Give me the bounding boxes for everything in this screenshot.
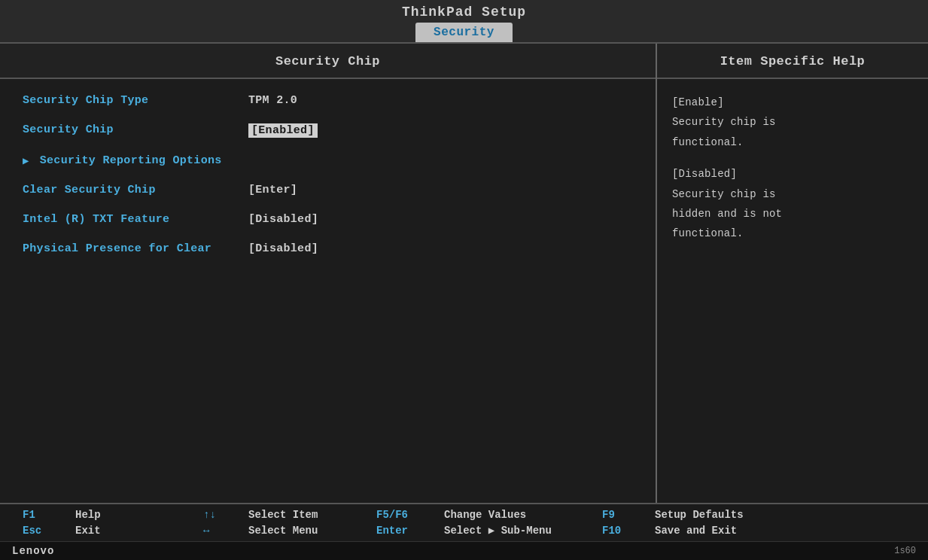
menu-item-physical-presence[interactable]: Physical Presence for Clear [Disabled] (23, 242, 633, 255)
menu-item-reporting[interactable]: Security Reporting Options (23, 154, 633, 167)
menu-item-chip-status[interactable]: Security Chip [Enabled] (23, 123, 633, 138)
key-f9: F9 (602, 509, 632, 521)
help-line-7: functional. (672, 225, 913, 242)
lenovo-code: 1s60 (894, 546, 916, 556)
desc-save-exit: Save and Exit (655, 525, 737, 537)
app-title: ThinkPad Setup (0, 5, 928, 20)
right-panel-header: Item Specific Help (657, 44, 928, 79)
left-panel: Security Chip Security Chip Type TPM 2.0… (0, 44, 657, 503)
desc-select-menu: Select Menu (248, 525, 354, 537)
status-row-2: Esc Exit ↔ Select Menu Enter Select ▶ Su… (23, 524, 905, 537)
menu-item-txt[interactable]: Intel (R) TXT Feature [Disabled] (23, 213, 633, 226)
help-line-2: Security chip is (672, 114, 913, 130)
lenovo-bar: Lenovo 1s60 (0, 541, 928, 560)
key-f5f6: F5/F6 (376, 509, 421, 521)
desc-exit: Exit (75, 525, 181, 537)
txt-value: [Disabled] (248, 213, 318, 226)
active-tab[interactable]: Security (415, 23, 513, 42)
desc-help: Help (75, 509, 181, 521)
chip-status-value: [Enabled] (248, 123, 318, 138)
right-panel: Item Specific Help [Enable] Security chi… (657, 44, 928, 503)
status-bar: F1 Help ↑↓ Select Item F5/F6 Change Valu… (0, 503, 928, 541)
help-section-enabled: [Enable] Security chip is functional. (672, 94, 913, 151)
desc-setup-defaults: Setup Defaults (655, 509, 744, 521)
physical-presence-value: [Disabled] (248, 242, 318, 255)
help-line-1: [Enable] (672, 94, 913, 111)
key-f10: F10 (602, 525, 632, 537)
key-lr-arrows: ↔ (203, 525, 226, 537)
chip-type-label: Security Chip Type (23, 94, 248, 107)
help-line-6: hidden and is not (672, 205, 913, 222)
clear-chip-value: [Enter] (248, 184, 297, 196)
clear-chip-label: Clear Security Chip (23, 184, 248, 196)
left-panel-body: Security Chip Type TPM 2.0 Security Chip… (0, 79, 656, 503)
key-f1: F1 (23, 509, 53, 521)
key-esc: Esc (23, 525, 53, 537)
title-bar: ThinkPad Setup Security (0, 0, 928, 44)
right-panel-body: [Enable] Security chip is functional. [D… (657, 79, 928, 272)
help-line-3: functional. (672, 134, 913, 151)
chip-type-value: TPM 2.0 (248, 94, 297, 107)
chip-status-label: Security Chip (23, 123, 248, 136)
txt-label: Intel (R) TXT Feature (23, 213, 248, 226)
menu-item-chip-type[interactable]: Security Chip Type TPM 2.0 (23, 94, 633, 107)
key-enter: Enter (376, 525, 421, 537)
menu-item-clear-chip[interactable]: Clear Security Chip [Enter] (23, 184, 633, 196)
left-panel-header: Security Chip (0, 44, 656, 79)
help-section-disabled: [Disabled] Security chip is hidden and i… (672, 166, 913, 242)
physical-presence-label: Physical Presence for Clear (23, 242, 248, 255)
lenovo-brand: Lenovo (12, 545, 54, 557)
help-line-5: Security chip is (672, 186, 913, 202)
help-line-4: [Disabled] (672, 166, 913, 182)
main-content: Security Chip Security Chip Type TPM 2.0… (0, 44, 928, 503)
desc-select-item: Select Item (248, 509, 354, 521)
tab-bar: Security (0, 23, 928, 42)
reporting-label: Security Reporting Options (23, 154, 248, 167)
key-arrows: ↑↓ (203, 509, 226, 521)
desc-select-submenu: Select ▶ Sub-Menu (444, 524, 580, 537)
status-row-1: F1 Help ↑↓ Select Item F5/F6 Change Valu… (23, 509, 905, 521)
desc-change-values: Change Values (444, 509, 580, 521)
submenu-arrow-icon (23, 154, 34, 167)
